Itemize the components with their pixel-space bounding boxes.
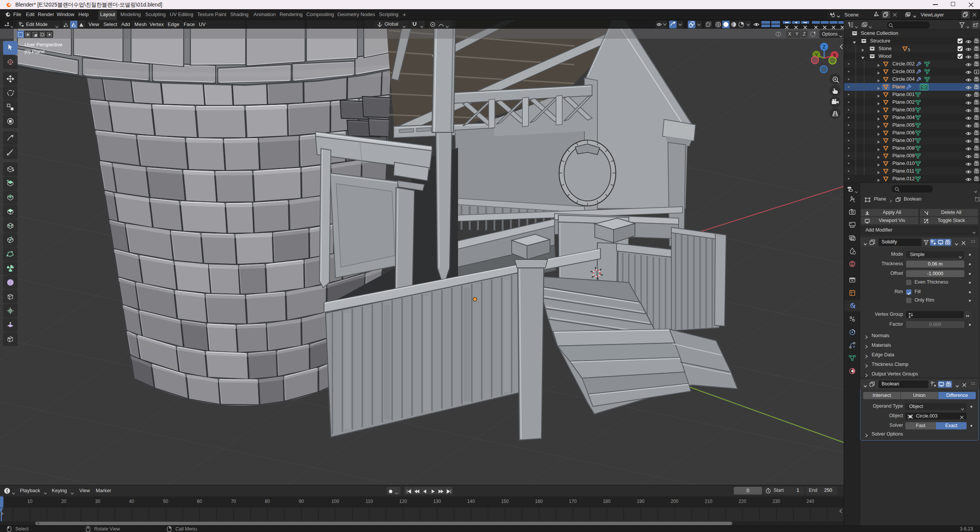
- svg-text:Z: Z: [823, 44, 825, 50]
